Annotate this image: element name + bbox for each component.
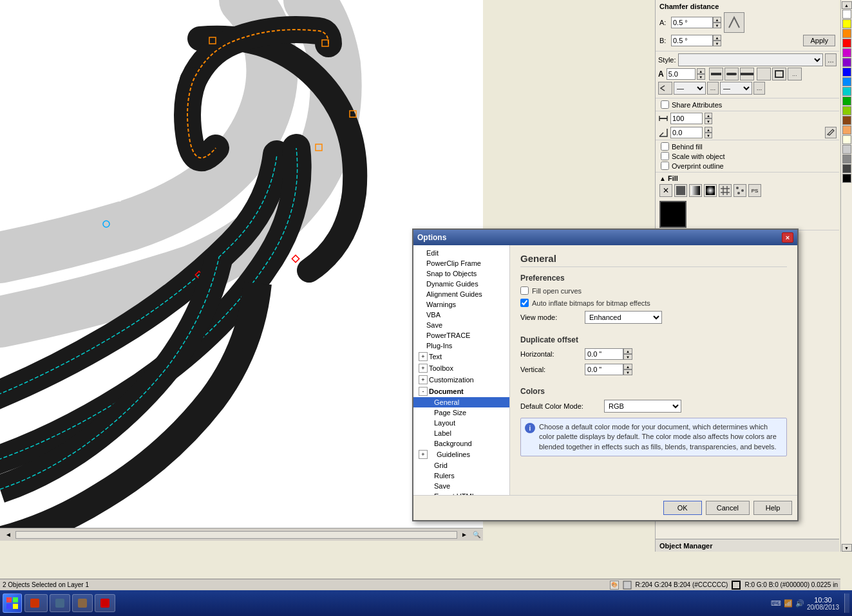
color-green[interactable] [842, 97, 851, 106]
tree-expand-document[interactable]: - [419, 387, 428, 396]
color-brown[interactable] [842, 116, 851, 125]
tree-item-pagesize[interactable]: Page Size [413, 407, 509, 418]
angle-up[interactable]: ▲ [705, 127, 712, 133]
default-color-select[interactable]: RGB CMYK Grayscale Lab [604, 400, 681, 413]
color-magenta[interactable] [842, 48, 851, 57]
zoom-icon[interactable]: 🔍 [473, 531, 480, 538]
color-lightblue[interactable] [842, 77, 851, 86]
tree-item-toolbox[interactable]: + Toolbox [413, 362, 509, 374]
tree-expand-guidelines[interactable]: + [419, 450, 428, 459]
help-button[interactable]: Help [753, 501, 792, 515]
overprint-outline-checkbox[interactable] [661, 162, 669, 170]
tree-item-rulers[interactable]: Rulers [413, 471, 509, 481]
tree-item-label-node[interactable]: Label [413, 428, 509, 438]
cap3-icon[interactable] [740, 68, 754, 80]
btn-extra1[interactable] [757, 68, 771, 80]
tree-item-warnings[interactable]: Warnings [413, 299, 509, 310]
chamfer-a-up[interactable]: ▲ [713, 17, 721, 23]
chamfer-a-down[interactable]: ▼ [713, 23, 721, 28]
fill-radial-icon[interactable] [704, 184, 717, 197]
tree-item-document[interactable]: - Document [413, 386, 509, 397]
vertical-input[interactable] [585, 364, 623, 375]
cancel-button[interactable]: Cancel [706, 501, 750, 515]
tree-expand-text[interactable]: + [419, 352, 428, 361]
color-red[interactable] [842, 39, 851, 48]
palette-scroll-up[interactable]: ▲ [842, 1, 852, 9]
ok-button[interactable]: OK [663, 501, 702, 515]
color-white[interactable] [842, 10, 851, 19]
fill-texture-icon[interactable] [734, 184, 746, 197]
angle-input[interactable] [670, 127, 703, 138]
horizontal-up[interactable]: ▲ [623, 348, 632, 354]
tree-item-layout[interactable]: Layout [413, 418, 509, 428]
fill-color-swatch[interactable] [659, 201, 686, 228]
horizontal-down[interactable]: ▼ [623, 354, 632, 360]
taskbar-app4[interactable] [95, 594, 115, 612]
tree-item-snap[interactable]: Snap to Objects [413, 268, 509, 279]
fill-open-curves-checkbox[interactable] [520, 286, 529, 295]
taskbar-app1[interactable] [24, 594, 48, 612]
vertical-up[interactable]: ▲ [623, 364, 632, 369]
dash-select2[interactable]: — [720, 82, 752, 95]
dash-more-btn[interactable]: … [707, 82, 719, 95]
tree-item-guidelines[interactable]: + Guidelines [413, 449, 509, 460]
color-indicator-icon[interactable]: 🎨 [610, 581, 619, 590]
behind-fill-checkbox[interactable] [661, 142, 669, 151]
color-blue[interactable] [842, 68, 851, 77]
btn-extra3[interactable]: … [788, 68, 802, 80]
color-darkgray[interactable] [842, 164, 851, 173]
vertical-down[interactable]: ▼ [623, 369, 632, 375]
horizontal-input[interactable] [585, 348, 623, 360]
auto-inflate-checkbox[interactable] [520, 299, 529, 307]
dash-select[interactable]: — [674, 82, 706, 95]
tree-item-general[interactable]: General [413, 397, 509, 407]
fill-solid-icon[interactable] [674, 184, 687, 197]
apply-button[interactable]: Apply [803, 35, 835, 46]
width-up[interactable]: ▲ [705, 113, 712, 118]
start-btn[interactable] [3, 593, 22, 613]
fill-x-icon[interactable]: ✕ [659, 184, 672, 197]
fill-pattern-icon[interactable] [719, 184, 732, 197]
size-down[interactable]: ▼ [697, 74, 705, 80]
share-attributes-checkbox[interactable] [661, 100, 669, 109]
taskbar-app3[interactable] [72, 594, 93, 612]
chamfer-b-up[interactable]: ▲ [713, 35, 721, 41]
collapse-arrow-icon[interactable]: ▲ [659, 175, 666, 182]
tree-expand-toolbox[interactable]: + [419, 364, 428, 373]
color-cyan[interactable] [842, 87, 851, 96]
style-select[interactable] [678, 53, 823, 66]
fill-postscript-icon[interactable]: PS [748, 184, 761, 197]
color-purple[interactable] [842, 58, 851, 67]
scroll-right-btn[interactable]: ► [459, 531, 470, 538]
arrow-left-btn[interactable] [658, 82, 672, 95]
dialog-close-btn[interactable]: × [782, 232, 793, 243]
color-lime[interactable] [842, 106, 851, 115]
tree-item-dynamic[interactable]: Dynamic Guides [413, 279, 509, 289]
color-lightyellow[interactable] [842, 135, 851, 144]
tree-item-grid[interactable]: Grid [413, 460, 509, 471]
horizontal-scrollbar[interactable] [15, 531, 457, 539]
tree-item-plugins[interactable]: Plug-Ins [413, 341, 509, 351]
tree-item-background[interactable]: Background [413, 438, 509, 449]
color-yellow[interactable] [842, 19, 851, 28]
view-mode-select[interactable]: Enhanced Normal Draft Wireframe [585, 311, 662, 324]
cap1-icon[interactable] [709, 68, 723, 80]
tree-item-powertrace[interactable]: PowerTRACE [413, 330, 509, 341]
color-black[interactable] [842, 174, 851, 183]
color-tan[interactable] [842, 126, 851, 135]
size-up[interactable]: ▲ [697, 68, 705, 74]
chamfer-b-input[interactable] [671, 35, 713, 46]
tree-item-customization[interactable]: + Customization [413, 374, 509, 386]
size-input[interactable] [667, 68, 696, 80]
angle-down[interactable]: ▼ [705, 133, 712, 138]
cap2-icon[interactable] [724, 68, 739, 80]
tree-item-powerclip[interactable]: PowerClip Frame [413, 258, 509, 268]
chamfer-a-input[interactable] [671, 17, 713, 28]
dash2-more-btn[interactable]: … [753, 82, 765, 95]
edit-icon[interactable] [825, 127, 837, 138]
color-gray[interactable] [842, 154, 851, 163]
scroll-left-btn[interactable]: ◄ [3, 531, 14, 538]
btn-extra2[interactable] [772, 68, 786, 80]
color-orange[interactable] [842, 29, 851, 38]
fill-linear-icon[interactable] [689, 184, 702, 197]
